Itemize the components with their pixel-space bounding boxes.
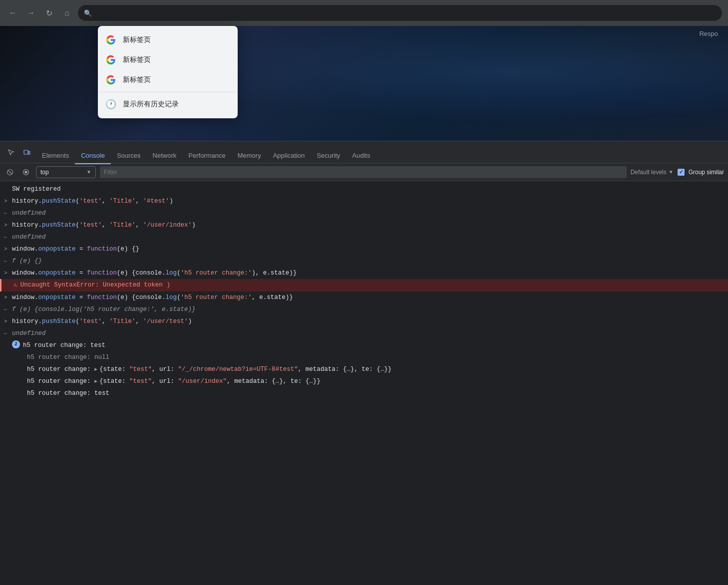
console-line: SW registered (0, 183, 728, 195)
console-text: history.pushState('test', 'Title', '#tes… (12, 196, 173, 206)
console-line: > history.pushState('test', 'Title', '/u… (0, 315, 728, 327)
forward-button[interactable]: → (24, 6, 38, 20)
inspect-element-button[interactable] (4, 145, 18, 159)
history-dropdown: 新标签页 新标签页 新标签页 🕐 显示所有历史记录 (98, 26, 238, 118)
input-arrow: > (4, 197, 7, 206)
resp-label: Respo (699, 30, 718, 37)
home-button[interactable]: ⌂ (60, 6, 74, 20)
dropdown-history-item[interactable]: 🕐 显示所有历史记录 (98, 94, 238, 114)
tab-memory[interactable]: Memory (232, 148, 267, 164)
clear-icon (6, 169, 13, 176)
console-line: ← f (e) {} (0, 255, 728, 267)
browser-bar: ← → ↻ ⌂ 🔍 (0, 0, 728, 26)
svg-line-3 (8, 171, 11, 174)
cursor-icon (7, 149, 14, 156)
group-similar-label: Group similar (689, 169, 724, 176)
console-line: ← undefined (0, 231, 728, 243)
error-icon: ⚠ (13, 280, 17, 291)
console-text: window.onpopstate = function(e) {console… (12, 268, 297, 278)
console-line: > window.onpopstate = function(e) {} (0, 243, 728, 255)
svg-rect-0 (24, 150, 28, 154)
return-arrow: ← (4, 233, 7, 242)
tab-security[interactable]: Security (311, 148, 346, 164)
filter-input[interactable] (100, 166, 627, 178)
devtools-tabs: Elements Console Sources Network Perform… (36, 141, 724, 163)
reload-button[interactable]: ↻ (42, 6, 56, 20)
dropdown-arrow-icon: ▼ (669, 169, 674, 175)
console-text: window.onpopstate = function(e) {} (12, 244, 139, 254)
dropdown-item-tab-3[interactable]: 新标签页 (98, 70, 238, 90)
return-arrow: ← (4, 209, 7, 218)
console-text: window.onpopstate = function(e) {console… (12, 292, 293, 302)
svg-rect-5 (25, 171, 27, 173)
input-arrow: > (4, 293, 7, 302)
device-icon (23, 149, 30, 156)
dropdown-tab-label-3: 新标签页 (123, 75, 151, 84)
dropdown-item-tab-1[interactable]: 新标签页 (98, 30, 238, 50)
history-icon: 🕐 (106, 99, 116, 109)
console-line: > history.pushState('test', 'Title', '#t… (0, 195, 728, 207)
devtools-panel: Elements Console Sources Network Perform… (0, 141, 728, 585)
stop-button[interactable] (20, 166, 32, 178)
tab-elements[interactable]: Elements (36, 148, 75, 164)
console-line: ← undefined (0, 207, 728, 219)
console-text: h5 router change: ►{state: "test", url: … (12, 364, 391, 374)
tab-performance[interactable]: Performance (182, 148, 231, 164)
devtools-toolbar: Elements Console Sources Network Perform… (0, 141, 728, 163)
console-text: h5 router change: test (23, 340, 105, 350)
stop-icon (22, 169, 29, 176)
input-arrow: > (4, 221, 7, 230)
history-label: 显示所有历史记录 (123, 100, 179, 109)
dropdown-divider (98, 92, 238, 92)
tab-audits[interactable]: Audits (346, 148, 376, 164)
console-text: history.pushState('test', 'Title', '/use… (12, 316, 192, 326)
console-text: f (e) {} (12, 256, 42, 266)
console-line: > window.onpopstate = function(e) {conso… (0, 292, 728, 303)
google-icon-3 (106, 75, 116, 85)
clear-console-button[interactable] (4, 166, 16, 178)
expand-icon[interactable]: ► (94, 367, 97, 372)
console-text: f (e) {console.log('h5 router change:', … (12, 304, 196, 314)
default-levels[interactable]: Default levels ▼ (631, 169, 674, 176)
console-text: h5 router change: ►{state: "test", url: … (12, 376, 321, 386)
expand-icon[interactable]: ► (94, 379, 97, 384)
context-value: top (40, 169, 49, 176)
svg-rect-1 (28, 151, 30, 154)
return-arrow: ← (4, 305, 7, 314)
console-text: SW registered (12, 184, 61, 194)
dropdown-item-tab-2[interactable]: 新标签页 (98, 50, 238, 70)
console-text: undefined (12, 232, 46, 242)
default-levels-label: Default levels (631, 169, 667, 176)
dropdown-tab-label-1: 新标签页 (123, 35, 151, 44)
error-text: Uncaught SyntaxError: Unexpected token ) (20, 280, 170, 290)
console-text: h5 router change: test (12, 388, 109, 398)
input-arrow: > (4, 245, 7, 254)
return-arrow: ← (4, 257, 7, 266)
context-dropdown-icon: ▼ (86, 169, 91, 175)
device-toolbar-button[interactable] (20, 145, 34, 159)
dropdown-tab-label-2: 新标签页 (123, 55, 151, 64)
context-select[interactable]: top ▼ (36, 166, 96, 178)
console-line: 2 h5 router change: test (0, 339, 728, 351)
back-button[interactable]: ← (6, 6, 20, 20)
tab-sources[interactable]: Sources (111, 148, 147, 164)
console-output: SW registered > history.pushState('test'… (0, 181, 728, 567)
console-toolbar: top ▼ Default levels ▼ Group similar (0, 163, 728, 181)
console-text: h5 router change: null (12, 352, 109, 362)
tab-application[interactable]: Application (267, 148, 311, 164)
console-error-line: ⚠ Uncaught SyntaxError: Unexpected token… (0, 279, 728, 292)
console-line: ← undefined (0, 327, 728, 339)
console-line: > window.onpopstate = function(e) {conso… (0, 267, 728, 279)
tab-network[interactable]: Network (147, 148, 183, 164)
console-line: > history.pushState('test', 'Title', '/u… (0, 219, 728, 231)
console-line: h5 router change: ►{state: "test", url: … (0, 375, 728, 387)
input-arrow: > (4, 317, 7, 326)
console-text: history.pushState('test', 'Title', '/use… (12, 220, 196, 230)
group-similar-checkbox[interactable] (678, 169, 685, 176)
search-icon: 🔍 (84, 9, 92, 17)
address-bar[interactable]: 🔍 (78, 5, 722, 21)
google-icon-2 (106, 55, 116, 65)
tab-console[interactable]: Console (75, 148, 111, 164)
console-line: h5 router change: test (0, 387, 728, 399)
input-arrow: > (4, 269, 7, 278)
